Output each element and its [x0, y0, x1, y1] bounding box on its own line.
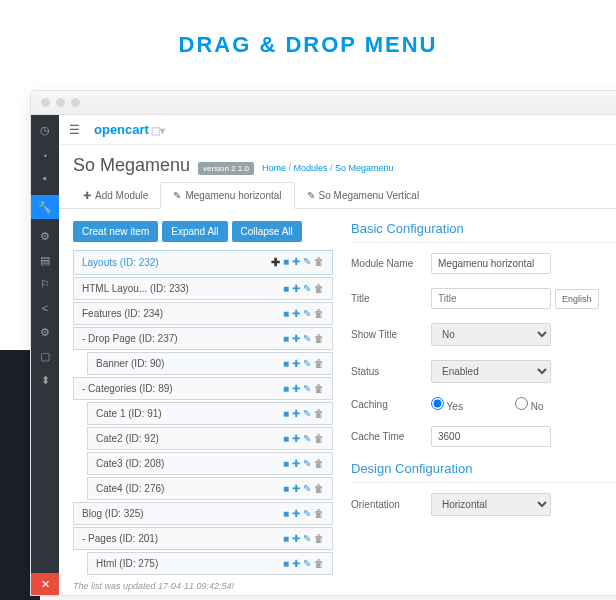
maximize-dot[interactable]: [71, 98, 80, 107]
toggle-icon[interactable]: ■: [283, 483, 289, 494]
select-show-title[interactable]: No: [431, 323, 551, 346]
tab-horizontal[interactable]: ✎ Megamenu horizontal: [160, 182, 294, 209]
add-icon[interactable]: ✚: [292, 508, 300, 519]
tree-item[interactable]: - Drop Page (ID: 237)■✚✎🗑: [73, 327, 333, 350]
add-icon[interactable]: ✚: [292, 408, 300, 419]
tree-item[interactable]: HTML Layou... (ID: 233)■✚✎🗑: [73, 277, 333, 300]
wrench-icon[interactable]: 🔧: [31, 195, 59, 219]
minimize-dot[interactable]: [56, 98, 65, 107]
radio-yes[interactable]: Yes: [431, 397, 511, 412]
tree-item[interactable]: Cate3 (ID: 208)■✚✎🗑: [87, 452, 333, 475]
edit-icon[interactable]: ✎: [303, 383, 311, 394]
add-icon[interactable]: ✚: [292, 558, 300, 569]
tab-vertical[interactable]: ✎ So Megamenu Vertical: [295, 182, 432, 208]
toggle-icon[interactable]: ■: [283, 383, 289, 394]
delete-icon[interactable]: 🗑: [314, 383, 324, 394]
tag-icon[interactable]: ⬩: [38, 147, 52, 161]
radio-no[interactable]: No: [515, 397, 595, 412]
close-panel-icon[interactable]: ✕: [31, 573, 59, 595]
edit-icon[interactable]: ✎: [303, 358, 311, 369]
tree-item[interactable]: Cate 1 (ID: 91)■✚✎🗑: [87, 402, 333, 425]
add-icon[interactable]: ✚: [292, 458, 300, 469]
tree-item[interactable]: Blog (ID: 325)■✚✎🗑: [73, 502, 333, 525]
select-orientation[interactable]: Horizontal: [431, 493, 551, 516]
delete-icon[interactable]: 🗑: [314, 558, 324, 569]
add-icon[interactable]: ✚: [292, 256, 300, 269]
tree-item[interactable]: Features (ID: 234)■✚✎🗑: [73, 302, 333, 325]
tree-item[interactable]: Cate4 (ID: 276)■✚✎🗑: [87, 477, 333, 500]
expand-button[interactable]: Expand All: [162, 221, 227, 242]
delete-icon[interactable]: 🗑: [314, 408, 324, 419]
delete-icon[interactable]: 🗑: [314, 433, 324, 444]
tab-add-module[interactable]: ✚ Add Module: [71, 182, 160, 208]
delete-icon[interactable]: 🗑: [314, 483, 324, 494]
tree-item[interactable]: Cate2 (ID: 92)■✚✎🗑: [87, 427, 333, 450]
dashboard-icon[interactable]: ◷: [38, 123, 52, 137]
tree-item[interactable]: - Pages (ID: 201)■✚✎🗑: [73, 527, 333, 550]
input-cache-time[interactable]: [431, 426, 551, 447]
logo[interactable]: opencart⬚▾: [94, 122, 165, 137]
toggle-icon[interactable]: ■: [283, 308, 289, 319]
add-icon[interactable]: ✚: [292, 383, 300, 394]
input-module-name[interactable]: [431, 253, 551, 274]
doc-icon[interactable]: ▢: [38, 349, 52, 363]
add-icon[interactable]: ✚: [292, 308, 300, 319]
tree-item[interactable]: Layouts (ID: 232)✚■✚✎🗑: [73, 250, 333, 275]
toggle-icon[interactable]: ■: [283, 433, 289, 444]
select-status[interactable]: Enabled: [431, 360, 551, 383]
input-title[interactable]: [431, 288, 551, 309]
toggle-icon[interactable]: ■: [283, 283, 289, 294]
cart-icon[interactable]: ▤: [38, 253, 52, 267]
edit-icon[interactable]: ✎: [303, 458, 311, 469]
tree-item[interactable]: Banner (ID: 90)■✚✎🗑: [87, 352, 333, 375]
crumb-modules[interactable]: Modules: [293, 163, 327, 173]
add-icon[interactable]: ✚: [292, 533, 300, 544]
delete-icon[interactable]: 🗑: [314, 533, 324, 544]
delete-icon[interactable]: 🗑: [314, 333, 324, 344]
move-icon[interactable]: ✚: [271, 256, 280, 269]
edit-icon[interactable]: ✎: [303, 433, 311, 444]
close-dot[interactable]: [41, 98, 50, 107]
settings-icon[interactable]: ⚙: [38, 325, 52, 339]
delete-icon[interactable]: 🗑: [314, 308, 324, 319]
toggle-icon[interactable]: ■: [283, 408, 289, 419]
add-icon[interactable]: ✚: [292, 283, 300, 294]
create-button[interactable]: Creat new item: [73, 221, 158, 242]
edit-icon[interactable]: ✎: [303, 283, 311, 294]
edit-icon[interactable]: ✎: [303, 256, 311, 269]
toggle-icon[interactable]: ■: [283, 533, 289, 544]
tree-item[interactable]: Html (ID: 275)■✚✎🗑: [87, 552, 333, 575]
delete-icon[interactable]: 🗑: [314, 458, 324, 469]
toggle-icon[interactable]: ■: [283, 256, 289, 269]
toggle-icon[interactable]: ■: [283, 508, 289, 519]
toggle-icon[interactable]: ■: [283, 558, 289, 569]
toggle-icon[interactable]: ■: [283, 458, 289, 469]
tree-item[interactable]: - Categories (ID: 89)■✚✎🗑: [73, 377, 333, 400]
share-icon[interactable]: <: [38, 301, 52, 315]
language-selector[interactable]: English: [555, 289, 599, 309]
edit-icon[interactable]: ✎: [303, 308, 311, 319]
edit-icon[interactable]: ✎: [303, 533, 311, 544]
add-icon[interactable]: ✚: [292, 333, 300, 344]
edit-icon[interactable]: ✎: [303, 333, 311, 344]
add-icon[interactable]: ✚: [292, 483, 300, 494]
chart-icon[interactable]: ⬍: [38, 373, 52, 387]
edit-icon[interactable]: ✎: [303, 508, 311, 519]
toggle-icon[interactable]: ■: [283, 358, 289, 369]
add-icon[interactable]: ✚: [292, 358, 300, 369]
gear-icon[interactable]: ⚙: [38, 229, 52, 243]
delete-icon[interactable]: 🗑: [314, 358, 324, 369]
module-icon[interactable]: ▪: [38, 171, 52, 185]
delete-icon[interactable]: 🗑: [314, 283, 324, 294]
edit-icon[interactable]: ✎: [303, 558, 311, 569]
collapse-button[interactable]: Collapse All: [232, 221, 302, 242]
add-icon[interactable]: ✚: [292, 433, 300, 444]
edit-icon[interactable]: ✎: [303, 483, 311, 494]
delete-icon[interactable]: 🗑: [314, 256, 324, 269]
crumb-home[interactable]: Home: [262, 163, 286, 173]
delete-icon[interactable]: 🗑: [314, 508, 324, 519]
toggle-icon[interactable]: ■: [283, 333, 289, 344]
edit-icon[interactable]: ✎: [303, 408, 311, 419]
flag-icon[interactable]: ⚐: [38, 277, 52, 291]
hamburger-icon[interactable]: ☰: [69, 123, 80, 137]
